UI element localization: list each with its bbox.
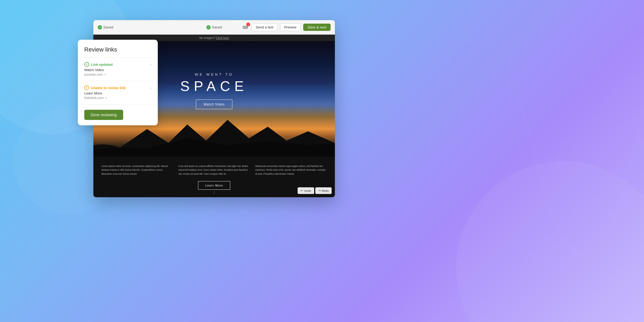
code-icon-wrapper[interactable]: ⌨ 2 <box>241 24 249 31</box>
text-col-3: Maecenas venenatis mauris eget augue var… <box>255 164 327 176</box>
text-col-2: Cras sed quam eu massa efficitur ferment… <box>178 164 250 176</box>
undo-button[interactable]: ↩ Undo <box>298 187 314 194</box>
success-icon-1: ✓ <box>84 62 89 67</box>
watch-video-button[interactable]: Watch Video <box>196 100 232 109</box>
undo-icon: ↩ <box>301 189 303 192</box>
review-panel: Review links ✓ Link updated › Watch Vide… <box>78 40 158 125</box>
review-item-2-header: ! Unable to review link › <box>84 85 151 90</box>
external-link-icon-2: ↗ <box>105 97 107 100</box>
saved-label-center: Saved <box>212 25 222 29</box>
chevron-right-icon-2: › <box>150 86 151 90</box>
review-panel-title: Review links <box>84 46 151 53</box>
click-here-link[interactable]: Click here <box>216 36 229 39</box>
external-link-icon-1: ↗ <box>104 73 106 76</box>
hero-title: SPACE <box>180 78 248 94</box>
review-item-2[interactable]: ! Unable to review link › Learn More fix… <box>78 81 158 104</box>
review-item-1-status: ✓ Link updated <box>84 62 113 67</box>
review-item-1[interactable]: ✓ Link updated › Watch Video youtube.com… <box>78 58 158 81</box>
review-panel-header: Review links <box>78 40 158 58</box>
hero-subtitle: WE WENT TO <box>180 72 248 76</box>
text-col-1: Lorem ipsum dolor sit amet, consectetur … <box>101 164 173 176</box>
review-item-2-url-text: fixthelink.com <box>84 96 104 100</box>
send-test-button[interactable]: Send a test <box>252 23 277 31</box>
save-next-button[interactable]: Save & next <box>303 24 331 31</box>
review-item-1-url-text: youtube.com <box>84 73 103 76</box>
review-item-1-header: ✓ Link updated › <box>84 62 151 67</box>
learn-more-button[interactable]: Learn More <box>198 181 230 190</box>
toolbar: ✓ Saved ✓ Saved ⌨ 2 Send a test Preview … <box>93 20 335 35</box>
saved-status-center: ✓ Saved <box>206 25 222 30</box>
warning-icon-2: ! <box>84 85 89 90</box>
review-item-2-status-text: Unable to review link <box>91 86 126 90</box>
redo-button[interactable]: ↪ Redo <box>315 187 332 194</box>
no-images-text: No images? <box>199 36 215 39</box>
saved-check-icon-center: ✓ <box>206 25 211 30</box>
undo-label: Undo <box>304 189 311 192</box>
text-columns: Lorem ipsum dolor sit amet, consectetur … <box>101 164 327 176</box>
code-badge: 2 <box>246 23 250 26</box>
review-item-2-url: fixthelink.com ↗ <box>84 96 151 100</box>
toolbar-right: ⌨ 2 Send a test Preview Save & next <box>241 23 331 31</box>
review-item-1-url: youtube.com ↗ <box>84 73 151 76</box>
saved-label-left: Saved <box>103 25 113 29</box>
review-item-1-link-name: Watch Video <box>84 68 151 72</box>
chevron-right-icon-1: › <box>150 63 151 67</box>
redo-label: Redo <box>322 189 329 192</box>
saved-status-left: ✓ Saved <box>98 25 113 30</box>
saved-check-icon-left: ✓ <box>98 25 102 30</box>
preview-button[interactable]: Preview <box>280 23 301 31</box>
undo-redo-controls: ↩ Undo ↪ Redo <box>298 187 332 194</box>
review-item-2-link-name: Learn More <box>84 91 151 95</box>
done-reviewing-button[interactable]: Done reviewing <box>84 110 123 120</box>
redo-icon: ↪ <box>318 189 321 192</box>
scroll-indicator: ↓ <box>213 190 215 195</box>
review-panel-footer: Done reviewing <box>78 104 158 125</box>
bg-decoration-2 <box>456 161 644 322</box>
hero-text: WE WENT TO SPACE <box>180 72 248 94</box>
review-item-1-status-text: Link updated <box>91 63 113 67</box>
review-item-2-status: ! Unable to review link <box>84 85 126 90</box>
